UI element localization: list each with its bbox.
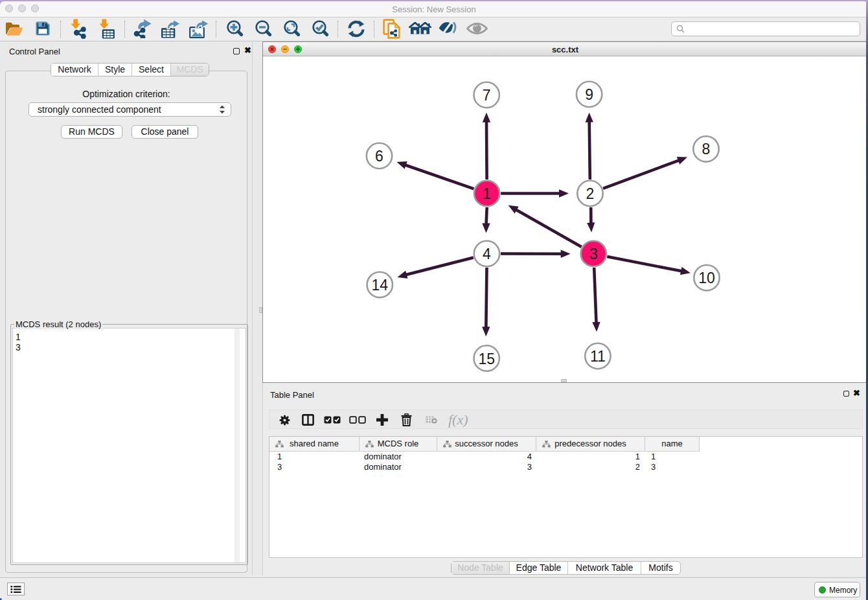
svg-text:8: 8 xyxy=(702,141,711,157)
svg-text:11: 11 xyxy=(590,348,606,365)
svg-text:9: 9 xyxy=(585,86,593,103)
svg-text:6: 6 xyxy=(375,148,383,165)
svg-text:10: 10 xyxy=(698,270,715,286)
svg-text:4: 4 xyxy=(483,246,491,262)
svg-text:14: 14 xyxy=(372,277,389,294)
svg-text:15: 15 xyxy=(478,351,495,367)
svg-text:1: 1 xyxy=(483,185,491,202)
svg-text:2: 2 xyxy=(586,185,595,202)
svg-text:7: 7 xyxy=(483,87,491,104)
svg-text:3: 3 xyxy=(589,246,598,262)
